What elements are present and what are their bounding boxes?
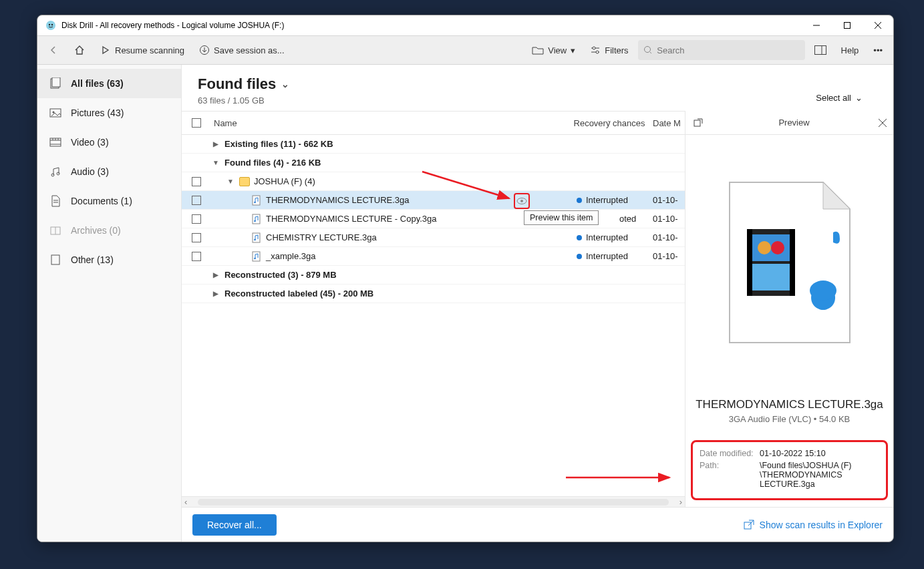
explorer-label: Show scan results in Explorer [760, 520, 883, 530]
column-date[interactable]: Date M [653, 118, 685, 128]
tree-group-reconstructed[interactable]: ▶Reconstructed (3) - 879 MB [182, 266, 685, 284]
preview-thumbnail [685, 135, 893, 390]
meta-value-path: \Found files\JOSHUA (F)\THERMODYNAMICS L… [760, 461, 879, 489]
column-recovery[interactable]: ⌄Recovery chances [566, 118, 653, 128]
meta-value-modified: 01-10-2022 15:10 [760, 449, 879, 458]
main-title[interactable]: Found files ⌄ [198, 75, 289, 93]
audio-file-icon [251, 251, 262, 262]
minimize-button[interactable] [801, 15, 832, 35]
view-dropdown[interactable]: View ▾ [526, 39, 581, 61]
home-button[interactable] [68, 39, 91, 61]
svg-point-19 [53, 112, 55, 114]
svg-rect-53 [790, 229, 795, 296]
resume-scanning-button[interactable]: Resume scanning [95, 39, 190, 61]
main-subtitle: 63 files / 1.05 GB [198, 96, 289, 106]
svg-rect-35 [253, 214, 260, 224]
svg-rect-37 [253, 233, 260, 242]
status-dot-icon [577, 198, 582, 203]
view-label: View [548, 45, 567, 55]
window-title: Disk Drill - All recovery methods - Logi… [61, 21, 284, 30]
layout-toggle-button[interactable] [809, 39, 832, 61]
tree-group-found[interactable]: ▼Found files (4) - 216 KB [182, 154, 685, 172]
select-all-button[interactable]: Select all ⌄ [816, 93, 863, 103]
tree-group-existing[interactable]: ▶Existing files (11) - 662 KB [182, 135, 685, 154]
sidebar-label: Documents (1) [71, 196, 132, 206]
show-in-explorer-link[interactable]: Show scan results in Explorer [744, 520, 883, 530]
help-button[interactable]: Help [836, 39, 865, 61]
maximize-button[interactable] [832, 15, 863, 35]
folder-icon [239, 177, 250, 186]
close-preview-button[interactable] [879, 119, 887, 127]
horizontal-scrollbar[interactable]: ‹› [182, 496, 685, 507]
back-button[interactable] [43, 39, 64, 61]
other-icon [49, 254, 61, 266]
collapse-icon[interactable]: ▼ [226, 178, 235, 185]
svg-rect-44 [694, 120, 700, 126]
tree-folder-joshua[interactable]: ▼JOSHUA (F) (4) [182, 172, 685, 191]
footer: Recover all... Show scan results in Expl… [182, 507, 893, 542]
chevron-down-icon: ⌄ [281, 79, 289, 89]
sidebar-item-documents[interactable]: Documents (1) [37, 186, 181, 216]
sidebar: All files (63) Pictures (43) Video (3) A… [37, 65, 182, 542]
help-label: Help [841, 45, 859, 55]
svg-rect-33 [253, 196, 260, 205]
popout-icon[interactable] [694, 118, 703, 128]
row-checkbox[interactable] [192, 196, 201, 205]
resume-label: Resume scanning [115, 45, 184, 55]
file-row-chemistry[interactable]: CHEMISTRY LECTURE.3ga Interrupted 01-10- [182, 228, 685, 247]
sidebar-item-audio[interactable]: Audio (3) [37, 157, 181, 186]
sidebar-item-all-files[interactable]: All files (63) [37, 69, 181, 98]
tree-group-reconstructed-labeled[interactable]: ▶Reconstructed labeled (45) - 200 MB [182, 284, 685, 303]
row-checkbox[interactable] [192, 252, 201, 261]
sidebar-item-other[interactable]: Other (13) [37, 245, 181, 274]
svg-rect-4 [844, 23, 851, 29]
meta-label-path: Path: [700, 461, 760, 489]
row-checkbox[interactable] [192, 177, 201, 186]
row-checkbox[interactable] [192, 214, 201, 224]
svg-point-54 [810, 280, 836, 301]
folder-icon [532, 45, 544, 55]
file-row-thermodynamics-copy[interactable]: THERMODYNAMICS LECTURE - Copy.3ga oted 0… [182, 210, 685, 228]
sidebar-item-video[interactable]: Video (3) [37, 128, 181, 157]
sidebar-item-pictures[interactable]: Pictures (43) [37, 98, 181, 128]
expand-icon[interactable]: ▶ [211, 290, 220, 297]
preview-fileinfo: 3GA Audio File (VLC) • 54.0 KB [695, 414, 884, 424]
collapse-icon[interactable]: ▼ [211, 159, 220, 166]
chevron-down-icon: ▾ [571, 45, 575, 55]
save-session-button[interactable]: Save session as... [194, 39, 290, 61]
svg-point-34 [254, 201, 256, 203]
preview-panel: Preview [685, 111, 893, 507]
svg-rect-52 [747, 229, 752, 296]
recover-all-button[interactable]: Recover all... [192, 514, 277, 536]
svg-rect-14 [814, 46, 826, 55]
sidebar-label: Other (13) [71, 254, 114, 265]
filters-label: Filters [605, 45, 628, 55]
expand-icon[interactable]: ▶ [211, 140, 220, 148]
play-icon [100, 45, 111, 55]
more-button[interactable]: ••• [868, 39, 888, 61]
external-link-icon [744, 520, 754, 530]
audio-file-icon [251, 232, 262, 243]
status-dot-icon [577, 254, 582, 259]
expand-icon[interactable]: ▶ [211, 271, 220, 278]
file-row-thermodynamics[interactable]: THERMODYNAMICS LECTURE.3ga Interrupted 0… [182, 191, 685, 210]
svg-point-38 [254, 238, 256, 240]
file-row-xample[interactable]: _xample.3ga Interrupted 01-10- [182, 247, 685, 266]
sidebar-label: All files (63) [71, 78, 124, 89]
download-icon [199, 45, 210, 55]
svg-rect-32 [51, 255, 59, 264]
search-box[interactable] [638, 40, 805, 60]
search-input[interactable] [657, 45, 799, 55]
row-checkbox[interactable] [192, 233, 201, 242]
meta-label-modified: Date modified: [700, 449, 760, 458]
sidebar-item-archives[interactable]: Archives (0) [37, 216, 181, 245]
select-all-checkbox[interactable] [192, 118, 201, 128]
preview-tooltip: Preview this item [524, 210, 599, 225]
close-button[interactable] [863, 15, 893, 35]
dots-icon: ••• [873, 45, 883, 55]
svg-point-12 [644, 47, 650, 53]
preview-title: Preview [703, 118, 885, 128]
filters-button[interactable]: Filters [585, 39, 633, 61]
column-name[interactable]: Name [211, 118, 566, 128]
svg-point-11 [596, 51, 599, 53]
